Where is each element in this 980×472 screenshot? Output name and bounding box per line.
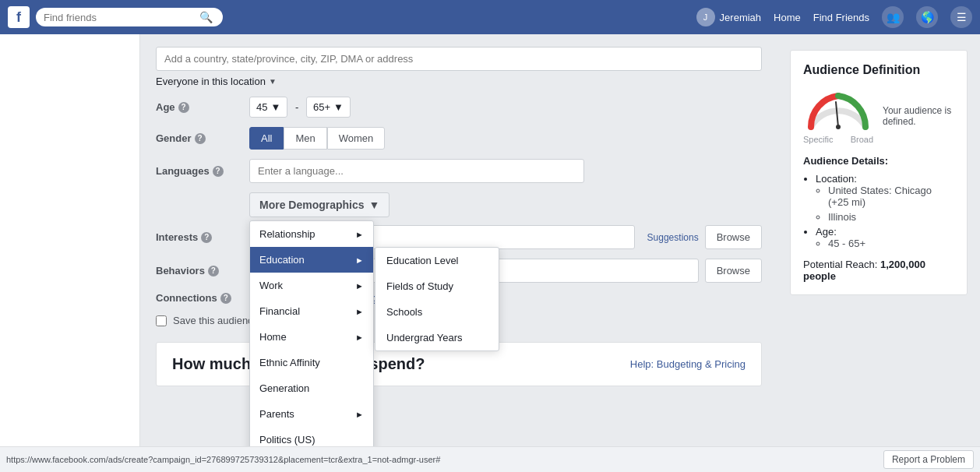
more-demographics-button[interactable]: More Demographics ▼ <box>249 192 390 217</box>
interests-browse-button[interactable]: Browse <box>705 225 762 249</box>
location-detail-value: United States: Chicago (+25 mi) <box>828 185 954 208</box>
language-input[interactable] <box>249 159 584 183</box>
age-detail-value: 45 - 65+ <box>828 238 954 249</box>
submenu-education-level[interactable]: Education Level <box>375 248 499 273</box>
age-label: Age ? <box>156 101 249 113</box>
audience-defined-text: Your audience is defined. <box>883 105 954 127</box>
right-panel: Audience Definition Specifi <box>777 34 980 472</box>
interests-label: Interests ? <box>156 231 249 243</box>
menu-icon[interactable]: ☰ <box>950 6 972 28</box>
nav-find-friends-link[interactable]: Find Friends <box>813 12 869 23</box>
connections-label: Connections ? <box>156 292 249 304</box>
save-audience-checkbox[interactable] <box>156 315 167 326</box>
gender-row: Gender ? All Men Women <box>156 127 762 150</box>
location-control: Everyone in this location ▼ <box>156 47 762 87</box>
nav-links: J Jeremiah Home Find Friends 👥 🌎 ☰ <box>696 6 972 28</box>
more-demographics-container: More Demographics ▼ Relationship ► Educa… <box>249 192 390 217</box>
potential-reach: Potential Reach: 1,200,000 people <box>803 259 954 282</box>
avatar: J <box>696 8 715 26</box>
help-link[interactable]: Help: Budgeting & Pricing <box>630 358 746 370</box>
location-detail-label: Location: <box>816 173 857 185</box>
age-row: Age ? 45 ▼ - 65+ ▼ <box>156 97 762 118</box>
friends-icon[interactable]: 👥 <box>882 6 904 28</box>
gauge-labels: Specific Broad <box>803 135 873 144</box>
age-min-select[interactable]: 45 ▼ <box>249 97 287 118</box>
chevron-right-parents-icon: ► <box>355 410 364 419</box>
status-bar: https://www.facebook.com/ads/create?camp… <box>0 446 980 472</box>
main-content: Everyone in this location ▼ Age ? 45 ▼ -… <box>140 34 777 472</box>
report-problem-button[interactable]: Report a Problem <box>883 450 974 469</box>
location-input[interactable] <box>156 47 762 71</box>
languages-control <box>249 159 762 183</box>
location-dropdown-label: Everyone in this location <box>156 76 266 87</box>
save-audience-label: Save this audience <box>173 315 259 326</box>
behaviors-browse-button[interactable]: Browse <box>705 259 762 283</box>
chevron-right-education-icon: ► <box>355 255 364 265</box>
gauge-chart: Specific Broad <box>803 88 873 144</box>
languages-row: Languages ? <box>156 159 762 183</box>
submenu-schools[interactable]: Schools <box>375 299 499 325</box>
age-controls: 45 ▼ - 65+ ▼ <box>249 97 762 118</box>
dropdown-item-generation[interactable]: Generation <box>250 375 373 401</box>
connections-info-icon[interactable]: ? <box>220 293 231 304</box>
dropdown-item-relationship[interactable]: Relationship ► <box>250 221 373 247</box>
search-input[interactable] <box>44 12 199 23</box>
interests-info-icon[interactable]: ? <box>201 232 212 243</box>
behaviors-info-icon[interactable]: ? <box>208 266 219 277</box>
svg-point-1 <box>836 125 841 129</box>
location-dropdown[interactable]: Everyone in this location ▼ <box>156 76 762 87</box>
dropdown-item-parents[interactable]: Parents ► <box>250 401 373 427</box>
gender-all-button[interactable]: All <box>249 127 284 150</box>
gauge-container: Specific Broad Your audience is defined. <box>803 88 954 144</box>
gauge-svg <box>803 88 873 131</box>
demographics-dropdown-menu: Relationship ► Education ► Education Lev… <box>249 220 374 472</box>
gender-info-icon[interactable]: ? <box>195 133 206 144</box>
gender-women-button[interactable]: Women <box>327 127 386 150</box>
age-info-icon[interactable]: ? <box>178 102 189 113</box>
audience-details: Location: United States: Chicago (+25 mi… <box>803 173 954 249</box>
dropdown-item-ethnic-affinity[interactable]: Ethnic Affinity <box>250 350 373 375</box>
dropdown-item-home[interactable]: Home ► <box>250 324 373 350</box>
audience-definition-box: Audience Definition Specifi <box>790 50 968 295</box>
age-separator: - <box>295 101 298 113</box>
globe-icon[interactable]: 🌎 <box>916 6 938 28</box>
languages-label: Languages ? <box>156 165 249 177</box>
svg-line-0 <box>836 102 838 127</box>
submenu-fields-of-study[interactable]: Fields of Study <box>375 273 499 299</box>
status-url: https://www.facebook.com/ads/create?camp… <box>6 455 440 464</box>
gender-button-group: All Men Women <box>249 127 762 150</box>
search-bar[interactable]: 🔍 <box>36 8 223 26</box>
location-detail-state: Illinois <box>828 211 954 223</box>
chevron-right-icon: ► <box>355 230 364 239</box>
nav-user: J Jeremiah <box>696 8 761 26</box>
gauge-specific-label: Specific <box>803 135 834 144</box>
more-demographics-row: More Demographics ▼ Relationship ► Educa… <box>156 192 762 217</box>
audience-definition-title: Audience Definition <box>803 63 954 77</box>
suggestions-link[interactable]: Suggestions <box>647 232 699 243</box>
chevron-right-financial-icon: ► <box>355 307 364 316</box>
dropdown-item-education[interactable]: Education ► Education Level Fields of St… <box>250 247 373 273</box>
more-demographics-label: More Demographics <box>259 199 365 211</box>
search-icon: 🔍 <box>199 11 213 23</box>
submenu-undergrad-years[interactable]: Undergrad Years <box>375 325 499 350</box>
age-max-arrow-icon: ▼ <box>333 101 344 113</box>
audience-details-title: Audience Details: <box>803 155 954 167</box>
languages-info-icon[interactable]: ? <box>213 166 224 177</box>
location-row: Everyone in this location ▼ <box>156 47 762 87</box>
chevron-right-home-icon: ► <box>355 333 364 342</box>
gender-controls: All Men Women <box>249 127 762 150</box>
nav-username[interactable]: Jeremiah <box>720 12 761 23</box>
interests-row: Interests ? Suggestions Browse <box>156 225 762 249</box>
dropdown-item-financial[interactable]: Financial ► <box>250 298 373 324</box>
facebook-logo: f <box>8 6 30 28</box>
behaviors-label: Behaviors ? <box>156 265 249 277</box>
age-max-select[interactable]: 65+ ▼ <box>306 97 351 118</box>
dropdown-item-work[interactable]: Work ► <box>250 273 373 298</box>
gender-men-button[interactable]: Men <box>284 127 326 150</box>
age-min-arrow-icon: ▼ <box>270 101 280 113</box>
education-submenu: Education Level Fields of Study Schools … <box>375 247 499 351</box>
more-demographics-arrow-icon: ▼ <box>369 199 380 211</box>
dropdown-arrow-icon: ▼ <box>269 77 277 86</box>
gauge-broad-label: Broad <box>851 135 873 144</box>
nav-home-link[interactable]: Home <box>774 12 801 23</box>
